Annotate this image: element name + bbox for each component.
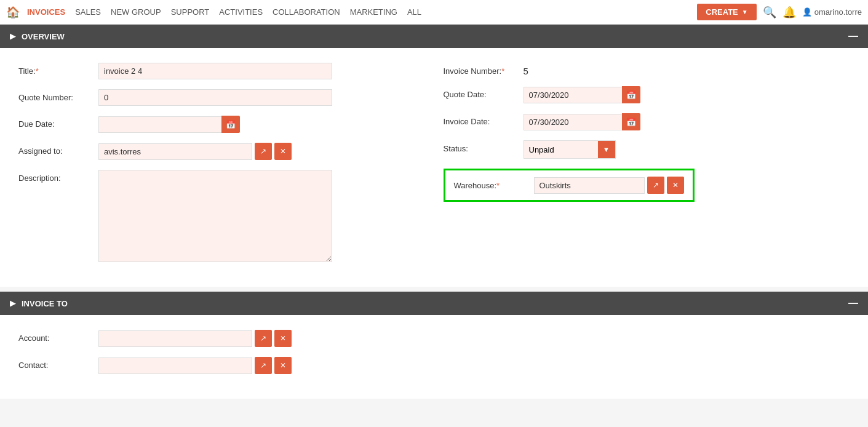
create-button[interactable]: CREATE ▼ [697, 4, 756, 20]
create-label: CREATE [706, 7, 738, 17]
invoice-to-toggle[interactable]: — [848, 298, 858, 309]
contact-link-button[interactable]: ↗ [255, 357, 272, 374]
warehouse-label: Warehouse:* [454, 181, 534, 190]
overview-section: ▶ OVERVIEW — Title:* [0, 25, 868, 287]
warehouse-highlight-box: Warehouse:* ↗ ✕ [444, 169, 695, 202]
contact-input[interactable] [98, 357, 252, 374]
assigned-to-input[interactable] [98, 143, 252, 160]
nav-all[interactable]: ALL [407, 7, 421, 17]
invoice-date-label: Invoice Date: [444, 113, 524, 126]
contact-row: Contact: ↗ ✕ [18, 357, 850, 374]
description-row: Description: [18, 170, 425, 262]
contact-field: ↗ ✕ [98, 357, 292, 374]
due-date-row: Due Date: 📅 [18, 116, 425, 133]
account-row: Account: ↗ ✕ [18, 330, 850, 347]
warehouse-field: ↗ ✕ [534, 177, 684, 194]
due-date-wrap: 📅 [98, 116, 240, 133]
due-date-input[interactable] [98, 116, 221, 133]
quote-number-row: Quote Number: [18, 89, 425, 106]
create-dropdown-arrow: ▼ [742, 9, 748, 15]
overview-toggle[interactable]: — [848, 31, 858, 42]
status-row: Status: Unpaid Paid Partial ▼ [444, 140, 850, 159]
invoice-date-input[interactable] [524, 114, 622, 130]
calendar-icon: 📅 [226, 120, 236, 129]
warehouse-input[interactable] [534, 177, 645, 194]
form-columns: Title:* Quote Number: Due Date: [18, 63, 850, 272]
status-label: Status: [444, 140, 524, 153]
nav-invoices[interactable]: INVOICES [27, 7, 65, 17]
assigned-to-link-button[interactable]: ↗ [255, 143, 272, 160]
user-name: omarino.torre [814, 7, 862, 17]
contact-label: Contact: [18, 357, 98, 370]
top-navigation: 🏠 INVOICES SALES NEW GROUP SUPPORT ACTIV… [0, 0, 868, 25]
account-clear-button[interactable]: ✕ [274, 330, 292, 347]
invoice-number-row: Invoice Number:* 5 [444, 63, 850, 76]
quote-date-row: Quote Date: 📅 [444, 86, 850, 103]
warehouse-link-button[interactable]: ↗ [647, 177, 664, 194]
description-input[interactable] [98, 170, 332, 262]
nav-collaboration[interactable]: COLLABORATION [273, 7, 340, 17]
account-link-button[interactable]: ↗ [255, 330, 272, 347]
invoice-date-wrap: 📅 [524, 113, 640, 130]
nav-activities[interactable]: ACTIVITIES [219, 7, 263, 17]
quote-number-input[interactable] [98, 89, 332, 106]
assigned-to-clear-button[interactable]: ✕ [274, 143, 292, 160]
invoice-to-collapse-arrow[interactable]: ▶ [10, 299, 15, 308]
account-link-icon: ↗ [260, 334, 266, 343]
calendar-icon-invoice: 📅 [626, 118, 636, 127]
clear-icon: ✕ [280, 147, 286, 156]
account-clear-icon: ✕ [280, 334, 286, 343]
overview-header: ▶ OVERVIEW — [0, 25, 868, 48]
assigned-to-row: Assigned to: ↗ ✕ [18, 143, 425, 160]
title-input[interactable] [98, 63, 332, 79]
home-icon[interactable]: 🏠 [6, 6, 20, 19]
due-date-label: Due Date: [18, 116, 98, 129]
description-label: Description: [18, 170, 98, 183]
warehouse-clear-button[interactable]: ✕ [667, 177, 684, 194]
quote-date-calendar-button[interactable]: 📅 [622, 86, 640, 103]
search-icon[interactable]: 🔍 [763, 6, 776, 19]
invoice-to-title: INVOICE TO [22, 299, 68, 308]
invoice-number-value: 5 [524, 63, 528, 76]
contact-link-icon: ↗ [260, 361, 266, 370]
form-right-column: Invoice Number:* 5 Quote Date: 📅 [425, 63, 850, 272]
quote-number-label: Quote Number: [18, 89, 98, 102]
account-label: Account: [18, 330, 98, 343]
invoice-date-row: Invoice Date: 📅 [444, 113, 850, 130]
title-row: Title:* [18, 63, 425, 79]
user-menu[interactable]: 👤 omarino.torre [802, 7, 862, 17]
status-dropdown-button[interactable]: ▼ [598, 141, 615, 158]
nav-sales[interactable]: SALES [75, 7, 101, 17]
invoice-number-label: Invoice Number:* [444, 63, 524, 76]
overview-form: Title:* Quote Number: Due Date: [0, 48, 868, 287]
calendar-icon-quote: 📅 [626, 90, 636, 100]
contact-clear-button[interactable]: ✕ [274, 357, 292, 374]
due-date-calendar-button[interactable]: 📅 [221, 116, 240, 133]
page-content: ▶ OVERVIEW — Title:* [0, 25, 868, 399]
quote-date-wrap: 📅 [524, 86, 640, 103]
dropdown-arrow-icon: ▼ [603, 146, 610, 153]
invoice-to-form: Account: ↗ ✕ Contact: ↗ [0, 315, 868, 399]
warehouse-row: Warehouse:* ↗ ✕ [444, 169, 850, 202]
overview-collapse-arrow[interactable]: ▶ [10, 32, 15, 41]
invoice-to-section: ▶ INVOICE TO — Account: ↗ ✕ [0, 292, 868, 399]
quote-date-input[interactable] [524, 87, 622, 103]
nav-marketing[interactable]: MARKETING [350, 7, 397, 17]
form-left-column: Title:* Quote Number: Due Date: [18, 63, 425, 272]
user-avatar-icon: 👤 [802, 7, 812, 17]
assigned-to-field: ↗ ✕ [98, 143, 292, 160]
title-required: * [36, 66, 39, 76]
account-input[interactable] [98, 330, 252, 347]
assigned-to-label: Assigned to: [18, 143, 98, 156]
nav-support[interactable]: SUPPORT [171, 7, 210, 17]
nav-right-area: CREATE ▼ 🔍 🔔 👤 omarino.torre [697, 4, 862, 20]
account-field: ↗ ✕ [98, 330, 292, 347]
contact-clear-icon: ✕ [280, 361, 286, 370]
notification-icon[interactable]: 🔔 [782, 6, 796, 19]
nav-new-group[interactable]: NEW GROUP [111, 7, 161, 17]
status-select-wrap: Unpaid Paid Partial ▼ [524, 140, 616, 159]
warehouse-link-icon: ↗ [653, 181, 659, 190]
overview-title: OVERVIEW [22, 32, 65, 41]
status-select[interactable]: Unpaid Paid Partial [524, 142, 598, 158]
invoice-date-calendar-button[interactable]: 📅 [622, 113, 640, 130]
